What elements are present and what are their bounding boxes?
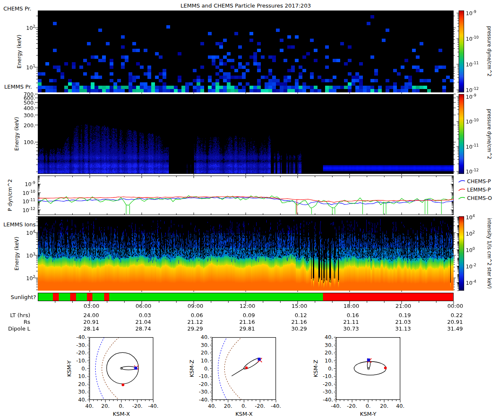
legend-line-sample — [458, 196, 466, 200]
time-tick-label: 09:00 — [182, 303, 209, 309]
ephemeris-value: 28.14 — [70, 326, 99, 332]
sunlight-segment-on — [59, 293, 70, 301]
ephemeris-value: 20.91 — [70, 319, 99, 325]
spacecraft-marker — [258, 358, 261, 361]
colorbar-tick-label: 100 — [466, 247, 475, 253]
legend-label: CHEMS-O — [467, 195, 492, 201]
time-tick-label: 18:00 — [338, 303, 365, 309]
colorbar-label-pressure-2: pressure dyne/cm^2 — [486, 94, 493, 174]
orbit-x-tick-label: 20. — [101, 403, 110, 409]
pressure-line-chart — [38, 176, 454, 215]
ephemeris-value: 0.06 — [173, 312, 203, 318]
colorbar-label-intensity: intensity 1/(s cm^2 ster keV) — [486, 216, 493, 291]
orbit-x-tick-label: 40. — [396, 403, 404, 409]
sunlight-segment-off — [70, 293, 76, 301]
orbit-x-tick-label: 20. — [380, 403, 388, 409]
colorbar-pressure-1 — [459, 10, 464, 92]
ephemeris-value: 29.29 — [173, 326, 203, 332]
orbit-xaxis-label: KSM-Y — [360, 411, 376, 417]
colorbar-tick-label: 10-12 — [466, 168, 479, 175]
orbit-x-tick-label: 40. — [85, 403, 94, 409]
magnetopause-curve — [102, 337, 119, 400]
orbit-y-tick-label: -40. — [199, 396, 209, 403]
y-tick-label: 103 — [0, 252, 35, 259]
ephemeris-value: 29.81 — [226, 326, 255, 332]
orbit-x-tick-label: -40. — [148, 403, 158, 409]
ephemeris-value: 20.91 — [433, 319, 463, 325]
time-tick-label: 21:00 — [390, 303, 417, 309]
ephemeris-value: 30.73 — [330, 326, 359, 332]
colorbar-tick-label: 10-10 — [466, 35, 479, 42]
time-tick-label: 00:00 — [442, 303, 469, 309]
ephemeris-value: 24.00 — [70, 312, 99, 318]
orbit-y-tick-label: 0. — [328, 365, 333, 372]
orbit-y-tick-label: 30. — [325, 342, 333, 348]
legend-item: LEMMS-P — [458, 185, 492, 194]
y-tick-label: 200. — [0, 122, 35, 128]
sunlight-segment-on — [76, 293, 87, 301]
sunlight-segment-off — [53, 293, 59, 301]
orbit-y-tick-label: 20. — [78, 381, 87, 387]
legend-item: CHEMS-P — [458, 177, 492, 185]
orbit-yaxis-label: KSM-Y — [66, 360, 72, 377]
sunlight-segment-off — [323, 293, 453, 301]
orbit-x-tick-label: -40. — [271, 403, 281, 409]
magnetopause-curve — [225, 337, 242, 400]
sunlight-segment-off — [104, 293, 109, 301]
sunlight-segment-on — [38, 293, 53, 301]
time-tick-label: 15:00 — [286, 303, 313, 309]
colorbar-label-pressure-1: pressure dyne/cm^2 — [486, 10, 493, 92]
bowshock-curve — [95, 337, 104, 400]
ephemeris-value: 31.13 — [381, 326, 411, 332]
y-tick-label: 100. — [0, 139, 35, 145]
orbit-y-tick-label: 40. — [78, 396, 87, 403]
ephemeris-value: 0.16 — [330, 312, 359, 318]
ephemeris-value: 0.19 — [381, 312, 411, 318]
orbit-x-tick-label: 0. — [119, 403, 124, 409]
position-dot-marker — [384, 367, 386, 369]
ephemeris-value: 21.04 — [122, 319, 151, 325]
orbit-y-tick-label: -20. — [76, 349, 87, 356]
y-tick-label: 101 — [0, 64, 35, 71]
orbit-x-tick-label: 0. — [366, 403, 371, 409]
orbit-yaxis-label: KSM-Z — [312, 360, 319, 378]
orbit-xaxis-label: KSM-X — [236, 411, 253, 417]
colorbar-tick-label: 10-10 — [466, 118, 479, 125]
time-tick-label: 12:00 — [234, 303, 261, 309]
y-tick-label: 10-11 — [0, 198, 35, 205]
orbit-plot-0: 40.20.0.-20.-40.-40.-30.-20.-10.0.10.20.… — [66, 334, 158, 417]
y-tick-label: 102 — [0, 24, 35, 31]
sunlight-segment-on — [109, 293, 323, 301]
ephemeris-value: 21.12 — [173, 319, 203, 325]
colorbar-tick-label: 10-2 — [466, 263, 476, 270]
sunlight-segment-off — [87, 293, 92, 301]
orbit-y-tick-label: 30. — [78, 388, 87, 395]
orbit-plot-1: 40.20.0.-20.-40.40.30.20.10.0.-10.-20.-3… — [189, 334, 281, 417]
colorbar-tick-label: 10-12 — [466, 87, 479, 93]
orbit-y-tick-label: 40. — [201, 334, 209, 340]
orbit-y-tick-label: 0. — [204, 365, 209, 372]
legend-item: CHEMS-O — [458, 194, 492, 202]
orbit-y-tick-label: -20. — [323, 381, 333, 387]
colorbar-tick-label: 10-11 — [466, 61, 479, 68]
time-tick-label: 03:00 — [78, 303, 105, 309]
orbit-x-tick-label: -20. — [347, 403, 357, 409]
figure: LEMMS and CHEMS Particle Pressures 2017:… — [0, 0, 504, 420]
legend-line-sample — [458, 179, 466, 183]
colorbar-tick-label: 10-9 — [466, 93, 476, 100]
chems-pressure-spectrogram — [38, 10, 454, 92]
orbit-y-tick-label: -30. — [323, 388, 333, 395]
orbit-y-tick-label: -40. — [323, 396, 333, 403]
legend-label: CHEMS-P — [467, 178, 491, 184]
lemms-ion-spectrogram — [38, 216, 454, 291]
orbit-xaxis-label: KSM-X — [113, 411, 130, 417]
y-tick-label: 300. — [0, 112, 35, 118]
ephemeris-value: 0.03 — [122, 312, 151, 318]
ephemeris-value: 28.74 — [122, 326, 151, 332]
orbit-y-tick-label: 10. — [78, 373, 87, 379]
ephemeris-value: 0.09 — [226, 312, 255, 318]
spacecraft-marker — [134, 367, 137, 370]
orbit-x-tick-label: -40. — [331, 403, 341, 409]
orbit-y-tick-label: 30. — [201, 342, 209, 348]
ephemeris-row-label: Rs — [0, 319, 30, 325]
